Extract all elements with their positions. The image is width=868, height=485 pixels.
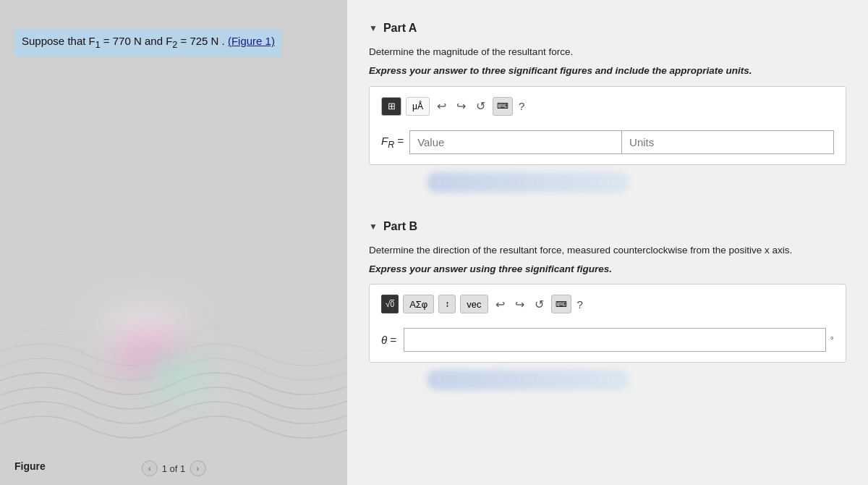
part-b-desc2: Express your answer using three signific… [369,262,846,277]
undo-icon[interactable]: ↩ [434,98,449,114]
keyboard-button[interactable]: ⌨ [493,97,513,116]
nav-page-info: 1 of 1 [162,463,186,474]
refresh-icon[interactable]: ↺ [473,98,488,114]
redo-icon[interactable]: ↪ [454,98,469,114]
degree-symbol: ° [830,334,834,352]
figure-nav: ‹ 1 of 1 › [142,460,206,476]
arrows-label: ↕ [445,299,449,309]
part-a-desc2: Express your answer to three significant… [369,64,846,78]
blob-pink [116,333,188,376]
ase-button[interactable]: AΣφ [403,295,434,313]
figure-label: Figure [14,460,46,472]
left-panel: Suppose that F1 = 770 N and F2 = 725 N .… [0,0,347,485]
part-a-input-row: FR = [381,130,834,154]
redo-icon-b[interactable]: ↪ [512,296,527,313]
help-icon[interactable]: ? [519,100,524,112]
blob-white [101,311,188,340]
part-b-arrow[interactable]: ▼ [369,222,378,232]
hint-blur-bar-b [427,370,629,390]
hint-blur-bar-a [427,172,629,193]
theta-input[interactable] [404,328,826,352]
mua-label: μÅ [412,101,423,111]
theta-label: θ = [381,334,396,346]
arrows-button[interactable]: ↕ [438,295,456,313]
matrix-icon: ⊞ [388,101,396,111]
part-a-toolbar: ⊞ μÅ ↩ ↪ ↺ ⌨ ? [381,97,834,122]
part-a-answer-box: ⊞ μÅ ↩ ↪ ↺ ⌨ ? FR = [369,86,846,165]
wave-decoration [0,224,347,442]
vd-label: √0 [386,299,394,309]
part-a-section: ▼ Part A Determine the magnitude of the … [369,22,846,193]
part-a-title: Part A [383,22,417,35]
nav-prev-button[interactable]: ‹ [142,460,158,476]
part-b-header: ▼ Part B [369,220,846,233]
part-a-arrow[interactable]: ▼ [369,23,378,33]
blob-green [145,355,203,391]
right-panel: ▼ Part A Determine the magnitude of the … [347,0,868,485]
problem-statement: Suppose that F1 = 770 N and F2 = 725 N .… [14,29,282,56]
undo-icon-b[interactable]: ↩ [493,296,508,313]
vec-button[interactable]: vec [460,295,488,313]
part-b-toolbar: √0 AΣφ ↕ vec ↩ ↪ ↺ ⌨ ? [381,295,834,319]
value-input[interactable] [409,130,621,154]
matrix-button[interactable]: ⊞ [381,97,401,116]
vd-button[interactable]: √0 [381,295,399,313]
help-icon-b[interactable]: ? [577,298,583,311]
mua-button[interactable]: μÅ [406,97,430,116]
part-b-answer-box: √0 AΣφ ↕ vec ↩ ↪ ↺ ⌨ ? θ = [369,284,846,363]
part-a-desc1: Determine the magnitude of the resultant… [369,45,846,59]
part-b-input-row: θ = ° [381,328,834,352]
figure-link[interactable]: (Figure 1) [228,35,275,47]
part-b-title: Part B [383,220,417,233]
part-b-section: ▼ Part B Determine the direction of the … [369,220,846,391]
fr-label: FR = [381,135,404,150]
vec-label: vec [467,299,481,310]
refresh-icon-b[interactable]: ↺ [532,296,547,313]
units-input[interactable] [621,130,834,154]
ase-label: AΣφ [409,299,427,310]
part-b-desc1: Determine the direction of the resultant… [369,243,846,258]
part-a-header: ▼ Part A [369,22,846,35]
keyboard-button-b[interactable]: ⌨ [551,295,571,313]
nav-next-button[interactable]: › [190,460,205,476]
